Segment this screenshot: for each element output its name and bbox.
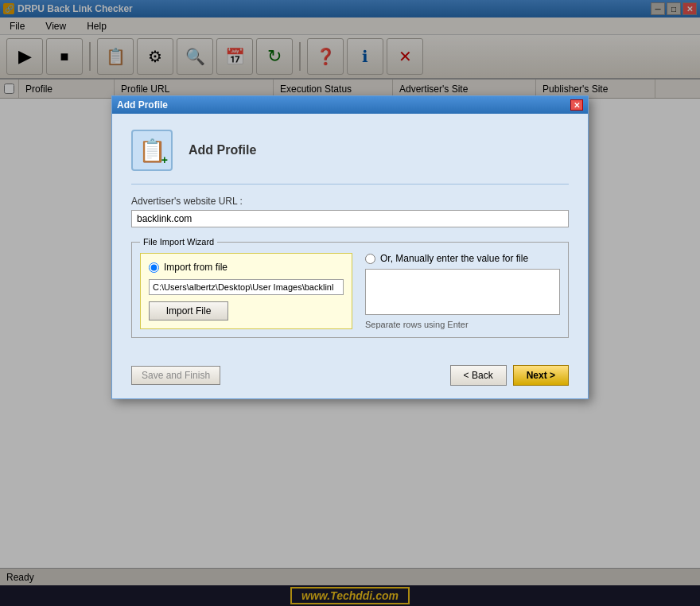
modal-overlay: Add Profile ✕ 📋 + Add Profile Advertiser… [0,0,700,606]
advertiser-url-label: Advertiser's website URL : [131,196,569,207]
file-path-input[interactable] [149,279,344,295]
dialog-title-bar: Add Profile ✕ [112,96,588,114]
dialog-header: 📋 + Add Profile [131,130,569,171]
save-finish-button[interactable]: Save and Finish [131,366,220,385]
dialog-footer: Save and Finish < Back Next > [112,365,588,398]
import-from-file-label: Import from file [164,262,228,273]
manual-entry-label: Or, Manually enter the value for file [380,253,528,264]
import-from-file-option: Import from file [149,262,344,273]
dialog-title: Add Profile [117,99,168,111]
separate-rows-hint: Separate rows using Enter [365,320,560,329]
wizard-left-panel: Import from file Import File [140,253,352,329]
wizard-right-panel: Or, Manually enter the value for file Se… [365,253,560,329]
import-from-file-radio[interactable] [149,262,159,273]
dialog-icon: 📋 + [131,130,173,171]
add-profile-dialog: Add Profile ✕ 📋 + Add Profile Advertiser… [111,95,589,399]
manual-entry-radio[interactable] [365,254,375,264]
file-import-wizard: File Import Wizard Import from file Impo… [131,237,569,338]
wizard-inner: Import from file Import File Or, Manuall… [140,253,560,329]
navigation-buttons: < Back Next > [450,365,569,386]
dialog-close-button[interactable]: ✕ [570,99,583,111]
dialog-heading: Add Profile [189,143,256,157]
advertiser-url-input[interactable] [131,210,569,227]
dialog-content: 📋 + Add Profile Advertiser's website URL… [112,114,588,365]
manual-entry-option: Or, Manually enter the value for file [365,253,560,264]
wizard-legend: File Import Wizard [140,237,217,247]
manual-entry-textarea[interactable] [365,269,560,315]
back-button[interactable]: < Back [450,365,507,386]
divider [131,184,569,185]
import-file-button[interactable]: Import File [149,301,228,320]
next-button[interactable]: Next > [513,365,569,386]
